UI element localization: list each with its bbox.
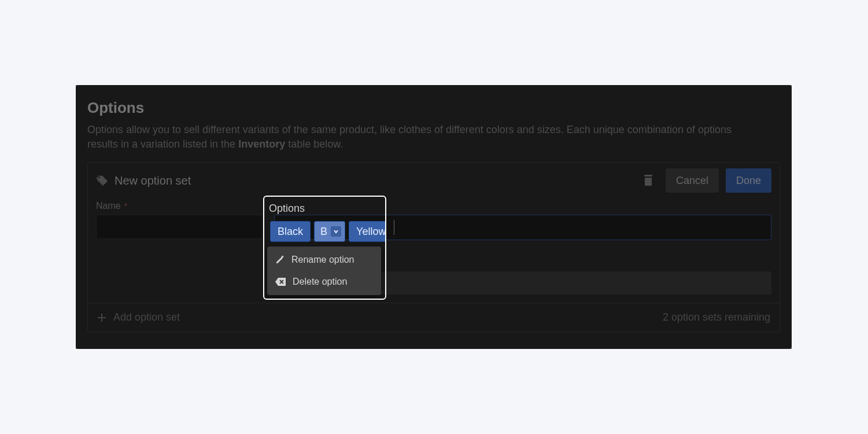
delete-option-item[interactable]: Delete option xyxy=(267,271,381,293)
svg-rect-2 xyxy=(645,178,652,186)
backspace-icon xyxy=(275,278,286,286)
option-chip-yellow[interactable]: Yellow xyxy=(349,221,385,242)
options-popover: Options Black B Yellow Rename opt xyxy=(264,197,385,299)
option-chip-selected[interactable]: B xyxy=(314,221,345,242)
panel-description-post: table below. xyxy=(288,138,343,150)
option-chip-black[interactable]: Black xyxy=(270,221,311,242)
rename-option-item[interactable]: Rename option xyxy=(267,249,381,271)
panel-description-pre: Options allow you to sell different vari… xyxy=(87,124,732,150)
svg-point-0 xyxy=(98,176,100,178)
chip-selected-label: B xyxy=(320,226,327,238)
options-panel: Options Options allow you to sell differ… xyxy=(76,85,792,349)
options-chips-row: Black B Yellow xyxy=(270,221,385,242)
panel-description-bold: Inventory xyxy=(238,138,285,150)
card-title-text: New option set xyxy=(114,174,191,187)
options-field-label: Options xyxy=(269,203,305,215)
panel-description: Options allow you to sell different vari… xyxy=(87,123,752,152)
card-header-title: New option set xyxy=(96,174,631,187)
option-set-card: New option set Cancel Done Name * xyxy=(87,162,780,332)
text-cursor xyxy=(394,220,394,235)
option-context-menu: Rename option Delete option xyxy=(267,247,381,295)
delete-option-set-button[interactable] xyxy=(638,170,659,191)
cancel-button[interactable]: Cancel xyxy=(666,168,719,193)
add-option-set-button[interactable]: Add option set xyxy=(97,311,180,323)
delete-option-label: Delete option xyxy=(293,277,347,287)
plus-icon xyxy=(97,313,106,322)
done-button[interactable]: Done xyxy=(726,168,771,193)
svg-rect-1 xyxy=(644,175,652,176)
remaining-count-label: 2 option sets remaining xyxy=(663,311,770,323)
name-input[interactable] xyxy=(96,215,263,239)
add-option-set-label: Add option set xyxy=(113,311,180,323)
card-header: New option set Cancel Done xyxy=(88,163,780,198)
svg-rect-4 xyxy=(98,317,106,318)
chip-black-label: Black xyxy=(278,226,303,238)
pencil-icon xyxy=(275,255,285,264)
name-label-text: Name xyxy=(96,201,121,211)
name-column: Name * xyxy=(96,201,263,239)
card-body: Name * Options e option. xyxy=(88,198,780,303)
rename-option-label: Rename option xyxy=(291,255,354,265)
name-label: Name * xyxy=(96,201,263,211)
card-footer: Add option set 2 option sets remaining xyxy=(88,303,780,332)
tags-icon xyxy=(96,175,109,186)
chevron-down-icon[interactable] xyxy=(331,226,341,237)
form-row: Name * Options e option. xyxy=(96,201,771,295)
chip-yellow-label: Yellow xyxy=(356,226,385,238)
required-star-icon: * xyxy=(124,201,127,211)
panel-title: Options xyxy=(87,99,780,117)
